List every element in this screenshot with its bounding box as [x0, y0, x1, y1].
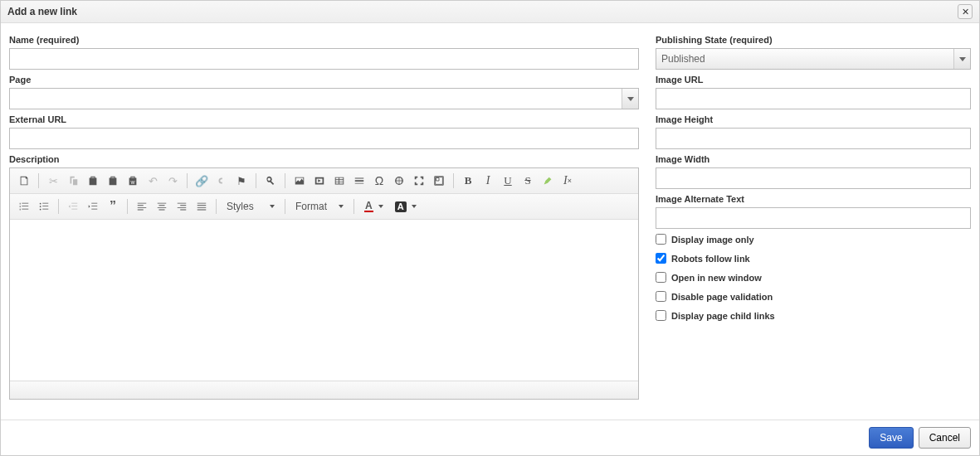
styles-dropdown[interactable]: Styles [222, 197, 280, 216]
redo-icon[interactable]: ↷ [163, 172, 182, 190]
open-new-window-checkbox[interactable] [656, 272, 666, 283]
table-icon[interactable] [330, 172, 349, 190]
editor-body[interactable] [10, 220, 638, 381]
name-input[interactable] [9, 48, 639, 70]
separator [285, 173, 285, 188]
disable-page-validation-label: Disable page validation [671, 292, 773, 302]
paste-word-icon[interactable]: W [124, 172, 142, 190]
svg-text:W: W [130, 180, 134, 185]
separator [127, 199, 128, 214]
separator [216, 199, 217, 214]
separator [38, 173, 39, 188]
dialog: Add a new link ✕ Name (required) Page Ex… [0, 0, 980, 456]
separator [285, 199, 285, 214]
flash-icon[interactable] [310, 172, 329, 190]
blockquote-icon[interactable]: ” [104, 197, 122, 216]
image-icon[interactable] [290, 172, 309, 190]
image-alt-input[interactable] [656, 207, 971, 229]
chevron-down-icon [627, 97, 634, 101]
separator [256, 173, 256, 188]
bg-color-icon: A [395, 201, 407, 212]
indent-icon[interactable] [84, 197, 102, 216]
undo-icon[interactable]: ↶ [144, 172, 162, 190]
publishing-state-button[interactable] [953, 49, 970, 69]
publishing-state-select[interactable] [656, 48, 971, 70]
editor-footer [10, 381, 638, 399]
titlebar: Add a new link ✕ [1, 1, 979, 23]
separator [353, 199, 354, 214]
cancel-button[interactable]: Cancel [919, 427, 971, 449]
image-width-input[interactable] [656, 167, 971, 189]
svg-point-4 [40, 209, 41, 211]
page-select[interactable] [9, 88, 639, 109]
highlight-icon[interactable] [539, 172, 557, 190]
specialchar-icon[interactable]: Ω [370, 172, 388, 190]
hr-icon[interactable] [350, 172, 368, 190]
dialog-footer: Save Cancel [1, 420, 979, 455]
chevron-down-icon [270, 205, 275, 208]
align-justify-icon[interactable] [193, 197, 211, 216]
external-url-input[interactable] [9, 128, 639, 149]
publishing-state-label: Publishing State (required) [656, 35, 971, 45]
image-url-label: Image URL [656, 75, 971, 85]
editor-toolbar-row2: ” Styles Format A A [10, 194, 638, 220]
iframe-icon[interactable] [390, 172, 408, 190]
svg-point-2 [40, 203, 41, 205]
display-child-links-checkbox[interactable] [656, 310, 666, 321]
find-icon[interactable] [261, 172, 280, 190]
maximize-icon[interactable] [410, 172, 428, 190]
svg-point-3 [40, 206, 41, 207]
strike-icon[interactable]: S [519, 172, 537, 190]
outdent-icon[interactable] [64, 197, 82, 216]
robots-follow-row: Robots follow link [656, 253, 971, 264]
chevron-down-icon [339, 205, 344, 208]
external-url-label: External URL [9, 114, 639, 124]
description-label: Description [9, 154, 639, 164]
showblocks-icon[interactable] [430, 172, 448, 190]
image-height-label: Image Height [656, 114, 971, 124]
disable-page-validation-checkbox[interactable] [656, 291, 666, 302]
removeformat-icon[interactable]: I× [558, 172, 577, 190]
robots-follow-checkbox[interactable] [656, 253, 666, 264]
image-height-input[interactable] [656, 128, 971, 149]
format-dropdown[interactable]: Format [290, 197, 349, 216]
styles-dropdown-label: Styles [227, 201, 254, 212]
copy-icon[interactable] [64, 172, 82, 190]
paste-text-icon[interactable] [104, 172, 122, 190]
text-color-dropdown[interactable]: A [359, 197, 388, 216]
separator [58, 199, 59, 214]
format-dropdown-label: Format [295, 201, 327, 212]
anchor-icon[interactable]: ⚑ [232, 172, 251, 190]
align-left-icon[interactable] [133, 197, 151, 216]
bg-color-dropdown[interactable]: A [390, 197, 422, 216]
italic-icon[interactable]: I [479, 172, 497, 190]
open-new-window-label: Open in new window [671, 273, 762, 283]
page-select-input[interactable] [9, 88, 639, 109]
paste-icon[interactable] [84, 172, 102, 190]
align-center-icon[interactable] [153, 197, 171, 216]
display-image-only-checkbox[interactable] [656, 234, 666, 245]
source-icon[interactable] [15, 172, 33, 190]
page-select-button[interactable] [622, 89, 638, 109]
separator [187, 173, 188, 188]
link-icon[interactable]: 🔗 [193, 172, 211, 190]
publishing-state-value[interactable] [656, 48, 971, 70]
text-color-icon: A [364, 201, 373, 212]
bold-icon[interactable]: B [459, 172, 477, 190]
save-button[interactable]: Save [869, 427, 913, 449]
close-button[interactable]: ✕ [958, 4, 973, 19]
display-child-links-label: Display page child links [671, 311, 775, 321]
cut-icon[interactable]: ✂ [44, 172, 62, 190]
unlink-icon[interactable] [212, 172, 231, 190]
description-editor: ✂ W ↶ ↷ 🔗 ⚑ [9, 167, 639, 400]
underline-icon[interactable]: U [499, 172, 517, 190]
chevron-down-icon [378, 205, 383, 208]
align-right-icon[interactable] [173, 197, 191, 216]
image-url-input[interactable] [656, 88, 971, 109]
bulleted-list-icon[interactable] [35, 197, 53, 216]
dialog-title: Add a new link [7, 6, 77, 17]
image-width-label: Image Width [656, 154, 971, 164]
numbered-list-icon[interactable] [15, 197, 33, 216]
left-column: Name (required) Page External URL Descri… [9, 30, 639, 416]
editor-toolbar-row1: ✂ W ↶ ↷ 🔗 ⚑ [10, 168, 638, 194]
